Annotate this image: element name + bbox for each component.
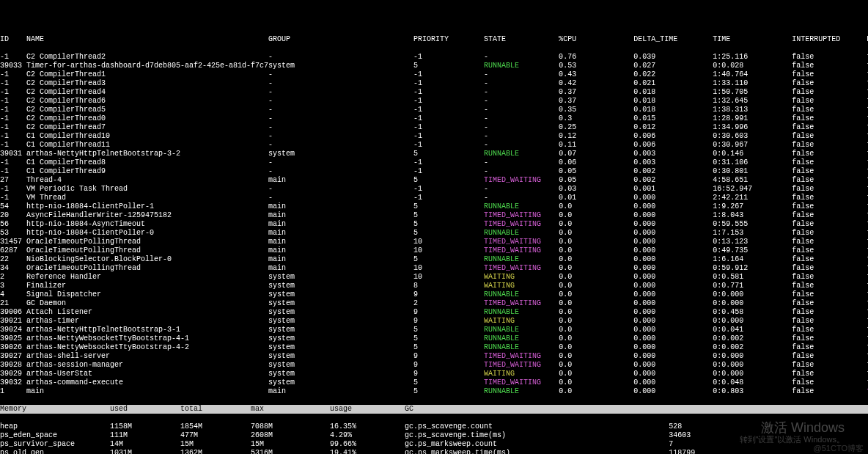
- thread-row[interactable]: -1 C2 CompilerThread2 - -1 - 0.76 0.039 …: [0, 53, 868, 62]
- thread-row[interactable]: 4 Signal Dispatcher system 9 RUNNABLE 0.…: [0, 290, 868, 299]
- thread-row[interactable]: 34 OracleTimeoutPollingThread main 10 TI…: [0, 264, 868, 273]
- thread-row[interactable]: -1 C2 CompilerThread4 - -1 - 0.37 0.018 …: [0, 88, 868, 97]
- thread-row[interactable]: 39024 arthas-NettyHttpTelnetBootstrap-3-…: [0, 326, 868, 334]
- thread-row[interactable]: 2 Reference Handler system 10 WAITING 0.…: [0, 273, 868, 282]
- thread-row[interactable]: 39029 arthas-UserStat system 9 WAITING 0…: [0, 370, 868, 378]
- thread-row[interactable]: 39021 arthas-timer system 9 WAITING 0.0 …: [0, 317, 868, 326]
- thread-row[interactable]: 31457 OracleTimeoutPollingThread main 10…: [0, 238, 868, 246]
- thread-row[interactable]: -1 C2 CompilerThread0 - -1 - 0.3 0.015 1…: [0, 114, 868, 123]
- memory-section-header: Memory used total max usage GC: [0, 405, 868, 414]
- thread-row[interactable]: 53 http-nio-18084-ClientPoller-0 main 5 …: [0, 229, 868, 238]
- thread-row[interactable]: -1 C1 CompilerThread9 - -1 - 0.05 0.002 …: [0, 167, 868, 176]
- thread-row[interactable]: -1 C2 CompilerThread5 - -1 - 0.35 0.018 …: [0, 106, 868, 114]
- thread-row[interactable]: 20 AsyncFileHandlerWriter-1259475182 mai…: [0, 211, 868, 220]
- thread-table[interactable]: -1 C2 CompilerThread2 - -1 - 0.76 0.039 …: [0, 53, 868, 396]
- thread-row[interactable]: 39028 arthas-session-manager system 9 TI…: [0, 361, 868, 370]
- thread-row[interactable]: 39006 Attach Listener system 9 RUNNABLE …: [0, 308, 868, 317]
- thread-row[interactable]: 3 Finalizer system 8 WAITING 0.0 0.000 0…: [0, 282, 868, 290]
- thread-row[interactable]: 27 Thread-4 main 5 TIMED_WAITING 0.05 0.…: [0, 176, 868, 185]
- memory-row: ps_old_gen 1031M 1362M 5316M 19.41% gc.p…: [0, 449, 868, 454]
- thread-row[interactable]: -1 C2 CompilerThread1 - -1 - 0.43 0.022 …: [0, 70, 868, 79]
- thread-row[interactable]: -1 VM Periodic Task Thread - -1 - 0.03 0…: [0, 185, 868, 194]
- thread-row[interactable]: 39027 arthas-shell-server system 9 TIMED…: [0, 352, 868, 361]
- thread-table-header: ID NAME GROUP PRIORITY STATE %CPU DELTA_…: [0, 35, 868, 44]
- thread-row[interactable]: 39026 arthas-NettyWebsocketTtyBootstrap-…: [0, 343, 868, 352]
- thread-row[interactable]: 39032 arthas-command-execute system 5 TI…: [0, 378, 868, 387]
- thread-row[interactable]: -1 C2 CompilerThread7 - -1 - 0.25 0.012 …: [0, 123, 868, 132]
- thread-row[interactable]: 1 main main 5 RUNNABLE 0.0 0.000 0:0.803…: [0, 387, 868, 396]
- thread-row[interactable]: 39033 Timer-for-arthas-dashboard-d7deb80…: [0, 62, 868, 70]
- thread-row[interactable]: 39025 arthas-NettyWebsocketTtyBootstrap-…: [0, 334, 868, 343]
- thread-row[interactable]: -1 C2 CompilerThread3 - -1 - 0.42 0.021 …: [0, 79, 868, 88]
- thread-row[interactable]: 21 GC Daemon system 2 TIMED_WAITING 0.0 …: [0, 299, 868, 308]
- memory-table: heap 1158M 1854M 7088M 16.35% gc.ps_scav…: [0, 422, 868, 454]
- memory-row: heap 1158M 1854M 7088M 16.35% gc.ps_scav…: [0, 422, 868, 431]
- thread-row[interactable]: -1 VM Thread - -1 - 0.01 0.000 2:42.211 …: [0, 194, 868, 202]
- thread-row[interactable]: 6287 OracleTimeoutPollingThread main 10 …: [0, 246, 868, 255]
- thread-row[interactable]: 39031 arthas-NettyHttpTelnetBootstrap-3-…: [0, 150, 868, 158]
- thread-row[interactable]: 54 http-nio-18084-ClientPoller-1 main 5 …: [0, 202, 868, 211]
- memory-row: ps_eden_space 111M 477M 2608M 4.29% gc.p…: [0, 431, 868, 440]
- thread-row[interactable]: 22 NioBlockingSelector.BlockPoller-0 mai…: [0, 255, 868, 264]
- thread-row[interactable]: -1 C1 CompilerThread8 - -1 - 0.06 0.003 …: [0, 158, 868, 167]
- memory-row: ps_survivor_space 14M 15M 15M 99.66% gc.…: [0, 440, 868, 449]
- thread-row[interactable]: -1 C1 CompilerThread11 - -1 - 0.11 0.006…: [0, 141, 868, 150]
- thread-row[interactable]: -1 C2 CompilerThread6 - -1 - 0.37 0.018 …: [0, 97, 868, 106]
- thread-row[interactable]: 56 http-nio-18084-AsyncTimeout main 5 TI…: [0, 220, 868, 229]
- thread-row[interactable]: -1 C1 CompilerThread10 - -1 - 0.12 0.006…: [0, 132, 868, 141]
